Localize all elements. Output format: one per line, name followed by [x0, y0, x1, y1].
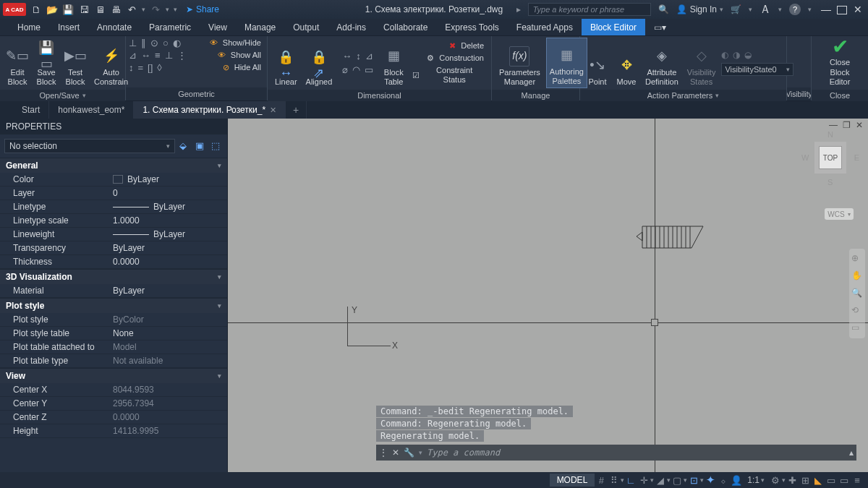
share-button[interactable]: ➤ Share [186, 4, 219, 14]
ribbon-tab-annotate[interactable]: Annotate [88, 19, 140, 35]
point-button[interactable]: •↘Point [584, 38, 610, 88]
constraint-status-button[interactable]: ☑ Constraint Status [409, 65, 487, 85]
save-block-button[interactable]: 💾▭SaveBlock [33, 38, 59, 88]
web-icon[interactable]: 🖥 [94, 4, 106, 15]
polar-icon[interactable]: ✛ [637, 475, 650, 486]
props-section-header[interactable]: 3D Visualization▾ [0, 269, 227, 284]
toggle-pickadd-icon[interactable]: ⬚ [211, 140, 223, 152]
property-row[interactable]: LinetypeByLayer [0, 200, 227, 214]
search-input[interactable]: Type a keyword or phrase [528, 3, 651, 16]
geom-icon[interactable]: ↔ [141, 50, 150, 61]
command-line[interactable]: ⋮ ✕ 🔧 ▾ Type a command ▴ [376, 445, 856, 461]
close-block-editor-button[interactable]: ✔CloseBlock Editor [816, 38, 864, 88]
dim-icon[interactable]: ▭ [365, 64, 373, 75]
dyn-icon[interactable]: ⊡ [687, 475, 700, 486]
search-arrow-icon[interactable]: ▸ [516, 4, 521, 14]
property-row[interactable]: Thickness0.0000 [0, 255, 227, 269]
show-all-button[interactable]: 👁 Show All [207, 50, 264, 61]
cmd-handle-icon[interactable]: ⋮ [379, 448, 388, 458]
units-icon[interactable]: ⊞ [799, 475, 812, 486]
dim-icon[interactable]: ↔ [342, 51, 352, 61]
geom-icon[interactable]: ⊥ [165, 50, 173, 61]
geom-icon[interactable]: ○ [163, 38, 169, 48]
ribbon-tab-express-tools[interactable]: Express Tools [436, 19, 507, 35]
new-doc-button[interactable]: + [286, 101, 307, 119]
zoom-icon[interactable]: 🔍 [851, 288, 863, 299]
panel-label[interactable]: Dimensional [268, 90, 491, 101]
ribbon-tab-parametric[interactable]: Parametric [140, 19, 200, 35]
cmd-close-icon[interactable]: ✕ [392, 448, 399, 458]
customize-icon[interactable]: ≡ [851, 475, 864, 486]
ribbon-tab-view[interactable]: View [200, 19, 236, 35]
geom-icon[interactable]: ⊙ [150, 38, 158, 48]
aligned-button[interactable]: 🔒⇗Aligned [303, 38, 336, 88]
props-section-header[interactable]: View▾ [0, 368, 227, 383]
ortho-icon[interactable]: ∟ [624, 475, 637, 486]
linear-button[interactable]: 🔒↔Linear [272, 38, 300, 88]
property-row[interactable]: Height14118.9995 [0, 424, 227, 438]
panel-label[interactable]: Open/Save▾ [0, 90, 125, 101]
selection-dropdown[interactable]: No selection▾ [4, 139, 175, 153]
qat-dropdown[interactable]: ▾ [174, 6, 177, 13]
visibility-state-dropdown[interactable]: VisibilityState0▾ [721, 63, 793, 76]
wcs-badge[interactable]: WCS▾ [825, 208, 854, 220]
cmd-customize-icon[interactable]: 🔧 [404, 448, 414, 458]
attribute-definition-button[interactable]: ◈AttributeDefinition [642, 38, 681, 88]
hide-all-button[interactable]: ⊘ Hide All [207, 62, 264, 73]
qp-icon[interactable]: 👤 [730, 475, 743, 486]
geom-icon[interactable]: ◊ [157, 62, 161, 73]
signin-button[interactable]: 👤 Sign In ▾ [676, 4, 723, 14]
geom-icon[interactable]: ⊥ [129, 38, 137, 48]
property-row[interactable]: ColorByLayer [0, 173, 227, 187]
ribbon-tab-manage[interactable]: Manage [236, 19, 284, 35]
property-row[interactable]: Plot style tableNone [0, 327, 227, 341]
doc-tab[interactable]: 1. Схема электрики. Розетки_*✕ [134, 101, 286, 119]
annomonitor-icon[interactable]: ✚ [786, 475, 799, 486]
geom-icon[interactable]: ≡ [155, 50, 161, 61]
props-section-header[interactable]: General▾ [0, 158, 227, 173]
select-objects-icon[interactable]: ▣ [195, 140, 207, 152]
geom-icon[interactable]: ∥ [141, 38, 146, 48]
quick-select-icon[interactable]: ⬙ [179, 140, 191, 152]
app-icon[interactable]: Ａ [760, 2, 771, 17]
dim-icon[interactable]: ◠ [352, 64, 360, 75]
edit-block-button[interactable]: ✎▭EditBlock [4, 38, 30, 88]
isolate-icon[interactable]: ▭ [825, 475, 838, 486]
geom-icon[interactable]: ⊿ [129, 50, 137, 61]
geom-icon[interactable]: [] [148, 62, 153, 73]
ribbon-tab-add-ins[interactable]: Add-ins [328, 19, 375, 35]
undo-dropdown[interactable]: ▾ [142, 6, 145, 13]
fullnav-icon[interactable]: ⊕ [851, 253, 863, 265]
drawing-canvas[interactable]: — ❐ ✕ Y X N S W E TOP W [228, 119, 868, 472]
ribbon-tab-insert[interactable]: Insert [49, 19, 88, 35]
help-icon[interactable]: ? [789, 4, 801, 15]
orbit-icon[interactable]: ⟲ [851, 305, 863, 317]
test-block-button[interactable]: ▶▭TestBlock [62, 38, 88, 88]
status-model-button[interactable]: MODEL [550, 474, 595, 487]
property-row[interactable]: Center X8044.9593 [0, 383, 227, 397]
close-icon[interactable]: ✕ [270, 106, 276, 115]
maximize-button[interactable] [835, 4, 849, 15]
block-table-button[interactable]: ▦BlockTable [380, 38, 407, 88]
save-icon[interactable]: 💾 [62, 4, 74, 15]
property-row[interactable]: Linetype scale1.0000 [0, 214, 227, 228]
construction-button[interactable]: ⚙ Construction [409, 53, 487, 64]
panel-label[interactable]: Action Parameters▾ [580, 90, 786, 101]
search-icon[interactable]: 🔍 [658, 4, 669, 14]
cmd-history-icon[interactable]: ▴ [849, 448, 854, 458]
hardware-accel-icon[interactable]: ◣ [812, 475, 825, 486]
viewcube[interactable]: N S W E TOP [801, 129, 859, 187]
show-hide-button[interactable]: 👁 Show/Hide [207, 38, 264, 48]
move-button[interactable]: ✥Move [613, 38, 639, 88]
geom-icon[interactable]: ◐ [173, 38, 181, 48]
dim-icon[interactable]: ⊿ [365, 51, 373, 61]
panel-label[interactable]: Manage [492, 90, 579, 101]
showmotion-icon[interactable]: ▭ [851, 322, 863, 334]
property-row[interactable]: Layer0 [0, 187, 227, 200]
ribbon-tab-collaborate[interactable]: Collaborate [375, 19, 436, 35]
property-row[interactable]: Center Y2956.7394 [0, 397, 227, 411]
property-row[interactable]: MaterialByLayer [0, 284, 227, 298]
redo-dropdown[interactable]: ▾ [166, 6, 169, 13]
ribbon-tab-featured-apps[interactable]: Featured Apps [508, 19, 582, 35]
dim-icon[interactable]: ⌀ [342, 64, 348, 75]
